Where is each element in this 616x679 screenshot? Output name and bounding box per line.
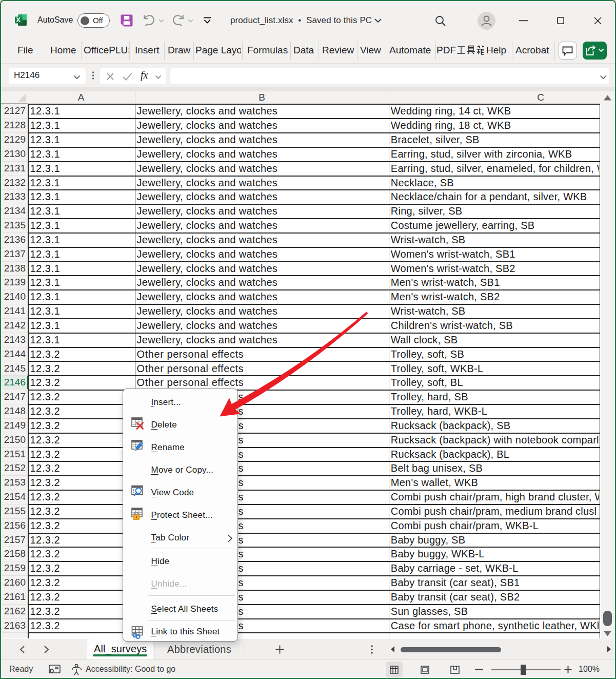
- svg-text:X: X: [16, 16, 21, 24]
